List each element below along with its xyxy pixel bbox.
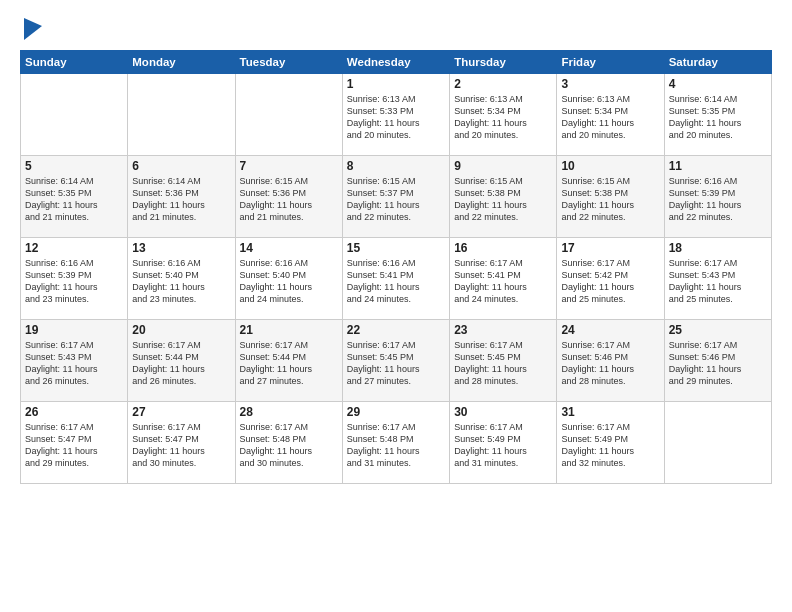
day-info: Sunrise: 6:16 AM Sunset: 5:40 PM Dayligh… (132, 257, 230, 306)
calendar-cell: 17Sunrise: 6:17 AM Sunset: 5:42 PM Dayli… (557, 238, 664, 320)
day-number: 25 (669, 323, 767, 337)
page: SundayMondayTuesdayWednesdayThursdayFrid… (0, 0, 792, 612)
day-info: Sunrise: 6:17 AM Sunset: 5:46 PM Dayligh… (669, 339, 767, 388)
day-info: Sunrise: 6:16 AM Sunset: 5:41 PM Dayligh… (347, 257, 445, 306)
week-row-4: 26Sunrise: 6:17 AM Sunset: 5:47 PM Dayli… (21, 402, 772, 484)
header (20, 18, 772, 40)
day-info: Sunrise: 6:15 AM Sunset: 5:38 PM Dayligh… (454, 175, 552, 224)
calendar-cell (128, 74, 235, 156)
day-number: 26 (25, 405, 123, 419)
day-number: 12 (25, 241, 123, 255)
day-number: 18 (669, 241, 767, 255)
day-info: Sunrise: 6:15 AM Sunset: 5:36 PM Dayligh… (240, 175, 338, 224)
day-info: Sunrise: 6:17 AM Sunset: 5:45 PM Dayligh… (454, 339, 552, 388)
day-info: Sunrise: 6:17 AM Sunset: 5:46 PM Dayligh… (561, 339, 659, 388)
calendar-cell: 22Sunrise: 6:17 AM Sunset: 5:45 PM Dayli… (342, 320, 449, 402)
calendar-cell: 27Sunrise: 6:17 AM Sunset: 5:47 PM Dayli… (128, 402, 235, 484)
day-number: 11 (669, 159, 767, 173)
day-number: 31 (561, 405, 659, 419)
day-number: 8 (347, 159, 445, 173)
calendar-cell: 29Sunrise: 6:17 AM Sunset: 5:48 PM Dayli… (342, 402, 449, 484)
calendar-cell: 26Sunrise: 6:17 AM Sunset: 5:47 PM Dayli… (21, 402, 128, 484)
day-info: Sunrise: 6:16 AM Sunset: 5:40 PM Dayligh… (240, 257, 338, 306)
calendar-cell: 5Sunrise: 6:14 AM Sunset: 5:35 PM Daylig… (21, 156, 128, 238)
week-row-3: 19Sunrise: 6:17 AM Sunset: 5:43 PM Dayli… (21, 320, 772, 402)
day-number: 4 (669, 77, 767, 91)
day-number: 22 (347, 323, 445, 337)
calendar-cell (21, 74, 128, 156)
weekday-tuesday: Tuesday (235, 51, 342, 74)
weekday-thursday: Thursday (450, 51, 557, 74)
calendar-cell: 9Sunrise: 6:15 AM Sunset: 5:38 PM Daylig… (450, 156, 557, 238)
svg-marker-0 (24, 18, 42, 40)
day-number: 14 (240, 241, 338, 255)
calendar-cell: 15Sunrise: 6:16 AM Sunset: 5:41 PM Dayli… (342, 238, 449, 320)
calendar-cell: 12Sunrise: 6:16 AM Sunset: 5:39 PM Dayli… (21, 238, 128, 320)
day-number: 3 (561, 77, 659, 91)
day-number: 13 (132, 241, 230, 255)
calendar-cell: 31Sunrise: 6:17 AM Sunset: 5:49 PM Dayli… (557, 402, 664, 484)
day-number: 17 (561, 241, 659, 255)
calendar-cell: 13Sunrise: 6:16 AM Sunset: 5:40 PM Dayli… (128, 238, 235, 320)
day-info: Sunrise: 6:16 AM Sunset: 5:39 PM Dayligh… (669, 175, 767, 224)
day-info: Sunrise: 6:17 AM Sunset: 5:49 PM Dayligh… (454, 421, 552, 470)
day-number: 29 (347, 405, 445, 419)
calendar-cell: 24Sunrise: 6:17 AM Sunset: 5:46 PM Dayli… (557, 320, 664, 402)
day-info: Sunrise: 6:17 AM Sunset: 5:42 PM Dayligh… (561, 257, 659, 306)
day-number: 19 (25, 323, 123, 337)
calendar-cell: 6Sunrise: 6:14 AM Sunset: 5:36 PM Daylig… (128, 156, 235, 238)
day-info: Sunrise: 6:17 AM Sunset: 5:45 PM Dayligh… (347, 339, 445, 388)
day-info: Sunrise: 6:17 AM Sunset: 5:41 PM Dayligh… (454, 257, 552, 306)
calendar-cell: 11Sunrise: 6:16 AM Sunset: 5:39 PM Dayli… (664, 156, 771, 238)
day-number: 5 (25, 159, 123, 173)
day-number: 10 (561, 159, 659, 173)
day-info: Sunrise: 6:17 AM Sunset: 5:44 PM Dayligh… (240, 339, 338, 388)
day-info: Sunrise: 6:13 AM Sunset: 5:33 PM Dayligh… (347, 93, 445, 142)
calendar-cell: 23Sunrise: 6:17 AM Sunset: 5:45 PM Dayli… (450, 320, 557, 402)
day-info: Sunrise: 6:17 AM Sunset: 5:48 PM Dayligh… (347, 421, 445, 470)
day-info: Sunrise: 6:17 AM Sunset: 5:44 PM Dayligh… (132, 339, 230, 388)
calendar-cell: 8Sunrise: 6:15 AM Sunset: 5:37 PM Daylig… (342, 156, 449, 238)
weekday-sunday: Sunday (21, 51, 128, 74)
calendar-cell: 7Sunrise: 6:15 AM Sunset: 5:36 PM Daylig… (235, 156, 342, 238)
day-number: 27 (132, 405, 230, 419)
day-number: 9 (454, 159, 552, 173)
day-info: Sunrise: 6:17 AM Sunset: 5:47 PM Dayligh… (132, 421, 230, 470)
day-info: Sunrise: 6:15 AM Sunset: 5:38 PM Dayligh… (561, 175, 659, 224)
calendar-cell: 1Sunrise: 6:13 AM Sunset: 5:33 PM Daylig… (342, 74, 449, 156)
calendar-cell: 4Sunrise: 6:14 AM Sunset: 5:35 PM Daylig… (664, 74, 771, 156)
day-info: Sunrise: 6:14 AM Sunset: 5:36 PM Dayligh… (132, 175, 230, 224)
calendar-cell (235, 74, 342, 156)
day-info: Sunrise: 6:14 AM Sunset: 5:35 PM Dayligh… (669, 93, 767, 142)
day-info: Sunrise: 6:16 AM Sunset: 5:39 PM Dayligh… (25, 257, 123, 306)
day-number: 21 (240, 323, 338, 337)
weekday-monday: Monday (128, 51, 235, 74)
calendar-cell: 28Sunrise: 6:17 AM Sunset: 5:48 PM Dayli… (235, 402, 342, 484)
calendar-cell: 10Sunrise: 6:15 AM Sunset: 5:38 PM Dayli… (557, 156, 664, 238)
calendar-cell: 25Sunrise: 6:17 AM Sunset: 5:46 PM Dayli… (664, 320, 771, 402)
day-number: 7 (240, 159, 338, 173)
weekday-wednesday: Wednesday (342, 51, 449, 74)
day-info: Sunrise: 6:13 AM Sunset: 5:34 PM Dayligh… (561, 93, 659, 142)
day-number: 2 (454, 77, 552, 91)
day-number: 1 (347, 77, 445, 91)
day-number: 6 (132, 159, 230, 173)
calendar-cell: 30Sunrise: 6:17 AM Sunset: 5:49 PM Dayli… (450, 402, 557, 484)
day-info: Sunrise: 6:17 AM Sunset: 5:43 PM Dayligh… (669, 257, 767, 306)
logo (20, 18, 42, 40)
calendar-cell (664, 402, 771, 484)
calendar-cell: 14Sunrise: 6:16 AM Sunset: 5:40 PM Dayli… (235, 238, 342, 320)
week-row-0: 1Sunrise: 6:13 AM Sunset: 5:33 PM Daylig… (21, 74, 772, 156)
day-number: 24 (561, 323, 659, 337)
weekday-header-row: SundayMondayTuesdayWednesdayThursdayFrid… (21, 51, 772, 74)
calendar-cell: 18Sunrise: 6:17 AM Sunset: 5:43 PM Dayli… (664, 238, 771, 320)
week-row-1: 5Sunrise: 6:14 AM Sunset: 5:35 PM Daylig… (21, 156, 772, 238)
day-info: Sunrise: 6:17 AM Sunset: 5:49 PM Dayligh… (561, 421, 659, 470)
calendar: SundayMondayTuesdayWednesdayThursdayFrid… (20, 50, 772, 484)
week-row-2: 12Sunrise: 6:16 AM Sunset: 5:39 PM Dayli… (21, 238, 772, 320)
day-number: 15 (347, 241, 445, 255)
calendar-cell: 21Sunrise: 6:17 AM Sunset: 5:44 PM Dayli… (235, 320, 342, 402)
day-number: 30 (454, 405, 552, 419)
weekday-saturday: Saturday (664, 51, 771, 74)
calendar-cell: 19Sunrise: 6:17 AM Sunset: 5:43 PM Dayli… (21, 320, 128, 402)
